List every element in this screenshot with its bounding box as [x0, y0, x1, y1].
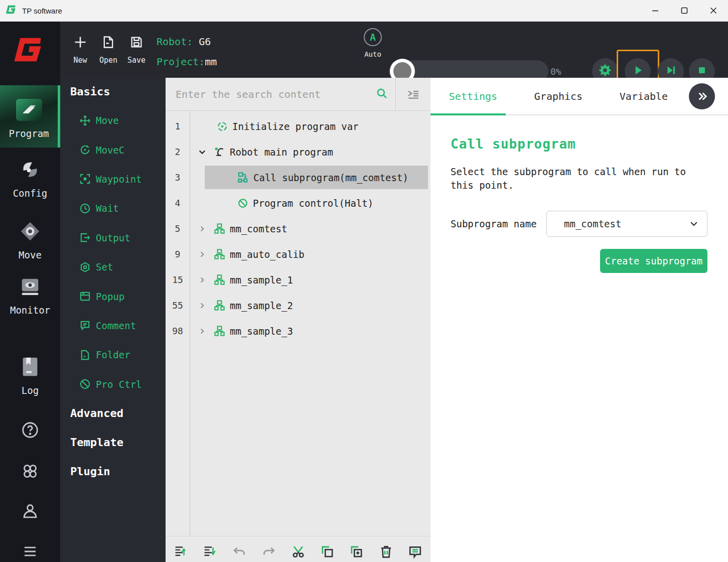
palette-section-template[interactable]: Template: [60, 428, 166, 457]
tree-row[interactable]: 9 mm_auto_calib: [166, 241, 430, 267]
save-file-icon: [129, 35, 143, 51]
tree-row[interactable]: 55 mm_sample_2: [166, 293, 430, 318]
brand-logo-icon: [0, 22, 60, 78]
sidebar-item-label: Move: [0, 249, 60, 260]
palette-section-basics[interactable]: Basics: [60, 78, 166, 106]
paste-button[interactable]: [349, 544, 364, 559]
window-controls: [641, 0, 728, 21]
copy-button[interactable]: [320, 544, 335, 559]
palette-item-proctrl[interactable]: Pro Ctrl: [60, 370, 166, 399]
sidebar-item-move[interactable]: Move: [0, 220, 60, 260]
chevron-right-icon[interactable]: [197, 302, 208, 310]
tree-collapse-button[interactable]: [395, 78, 430, 110]
halt-icon: [237, 198, 248, 209]
maximize-button[interactable]: [670, 0, 699, 21]
palette-section-plugin[interactable]: Plugin: [60, 457, 166, 486]
tree-row[interactable]: 1 Initialize program var: [166, 113, 430, 139]
open-file-icon: [101, 35, 115, 51]
palette-item-wait[interactable]: Wait: [60, 194, 166, 223]
expand-tabs-button[interactable]: [689, 83, 715, 109]
menu-button[interactable]: [0, 542, 60, 561]
log-icon: [19, 355, 42, 380]
cut-button[interactable]: [291, 544, 306, 559]
robot-name: Robot: G6: [157, 32, 217, 52]
undo-button[interactable]: [232, 544, 247, 559]
tree-row[interactable]: 98 mm_sample_3: [166, 318, 430, 344]
close-button[interactable]: [699, 0, 728, 21]
app-title: TP software: [22, 7, 62, 15]
tab-settings[interactable]: Settings: [430, 78, 516, 114]
skip-next-icon: [664, 64, 677, 79]
chevron-right-icon[interactable]: [197, 327, 208, 335]
double-chevron-right-icon: [695, 90, 708, 103]
comment-tool-button[interactable]: [408, 544, 422, 559]
auto-mode-indicator[interactable]: A Auto: [362, 28, 383, 58]
sidebar-item-monitor[interactable]: Monitor: [0, 275, 60, 316]
sidebar-item-label: Program: [0, 128, 58, 139]
redo-button[interactable]: [261, 544, 276, 559]
palette-item-comment[interactable]: Comment: [60, 311, 166, 340]
config-icon: [19, 158, 42, 183]
search-icon[interactable]: [375, 87, 388, 102]
new-button-label: New: [73, 56, 87, 65]
palette-item-waypoint[interactable]: Waypoint: [60, 165, 166, 194]
auto-mode-label: Auto: [362, 50, 383, 58]
open-button[interactable]: Open: [94, 22, 122, 78]
sidebar-item-program[interactable]: Program: [0, 85, 60, 148]
sidebar-item-log[interactable]: Log: [0, 355, 60, 396]
sidebar-item-config[interactable]: Config: [0, 158, 60, 199]
chevron-right-icon[interactable]: [197, 250, 208, 258]
tree-row[interactable]: 2 Robot main program: [166, 139, 430, 165]
insert-after-button[interactable]: [203, 544, 217, 559]
move-icon: [79, 115, 91, 126]
titlebar: TP software: [0, 0, 728, 22]
program-tree: 1 Initialize program var 2: [166, 111, 430, 536]
subprogram-name-value: mm_comtest: [564, 218, 621, 229]
palette-item-movec[interactable]: MoveC: [60, 135, 166, 164]
tab-graphics[interactable]: Graphics: [516, 78, 601, 114]
tab-variable[interactable]: Variable: [601, 78, 686, 114]
auto-mode-icon: A: [364, 28, 382, 46]
minimize-button[interactable]: [641, 0, 670, 21]
chevron-right-icon[interactable]: [197, 276, 208, 284]
save-button[interactable]: Save: [122, 22, 151, 78]
subprogram-icon: [214, 300, 225, 311]
nav-sidebar: Program Config Move Monitor Log: [0, 78, 60, 562]
inspector-heading: Call subprogram: [451, 136, 707, 152]
monitor-icon: [19, 275, 42, 300]
tree-row-selected[interactable]: 3 Call subprogram(mm_comtest): [166, 165, 430, 190]
palette-item-output[interactable]: Output: [60, 223, 166, 252]
new-button[interactable]: New: [66, 22, 94, 78]
tree-edit-toolbar: [166, 536, 430, 562]
waypoint-icon: [79, 173, 91, 185]
chevron-right-icon[interactable]: [197, 225, 208, 233]
project-name: Project:mm: [157, 52, 217, 72]
apps-button[interactable]: [0, 462, 60, 481]
delete-button[interactable]: [379, 544, 393, 559]
insert-before-button[interactable]: [174, 544, 188, 559]
new-file-icon: [73, 35, 87, 51]
sidebar-item-label: Monitor: [0, 305, 60, 316]
palette-item-popup[interactable]: Popup: [60, 282, 166, 311]
program-tree-panel: 1 Initialize program var 2: [166, 78, 430, 562]
help-button[interactable]: [0, 420, 60, 440]
inspector-panel: Settings Graphics Variable Call subprogr…: [430, 78, 728, 562]
palette-item-folder[interactable]: Folder: [60, 340, 166, 369]
palette-item-set[interactable]: Set: [60, 252, 166, 282]
palette-item-move[interactable]: Move: [60, 106, 166, 135]
popup-window-icon: [79, 291, 91, 302]
app-logo-icon: [6, 4, 17, 17]
folder-icon: [79, 349, 91, 361]
palette-section-advanced[interactable]: Advanced: [60, 399, 166, 428]
tree-row[interactable]: 5 mm_comtest: [166, 216, 430, 241]
tree-row[interactable]: 15 mm_sample_1: [166, 267, 430, 293]
subprogram-name-select[interactable]: mm_comtest: [546, 211, 707, 237]
chevron-down-icon[interactable]: [197, 148, 208, 157]
user-button[interactable]: [0, 502, 60, 521]
search-input[interactable]: [176, 88, 375, 100]
tree-row[interactable]: 4 Program control(Halt): [166, 190, 430, 216]
create-subprogram-button[interactable]: Create subprogram: [600, 249, 707, 273]
inspector-content: Call subprogram Select the subprogram to…: [430, 115, 728, 273]
stop-icon: [696, 64, 708, 78]
instruction-palette: Basics Move MoveC Waypoint Wait Output: [60, 78, 166, 562]
